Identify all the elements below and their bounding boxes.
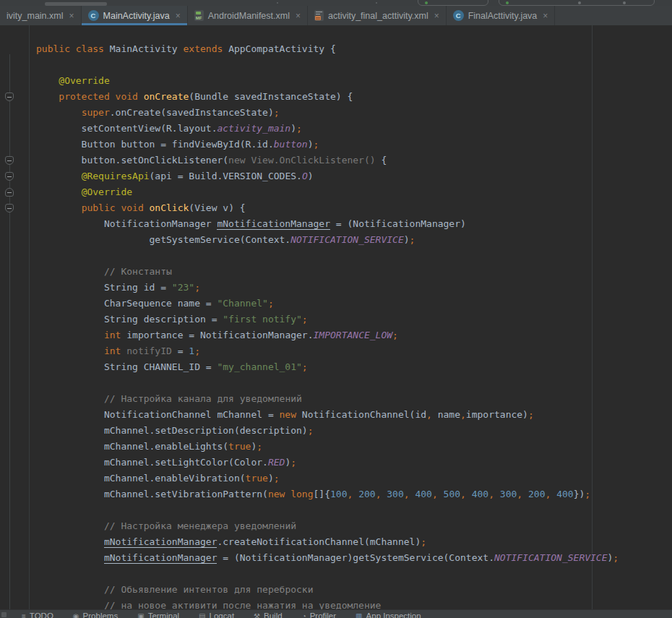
code-editor[interactable]: public class MainActivity extends AppCom… [0,25,672,609]
code-line[interactable]: // на новое активити после нажатия на ув… [0,598,672,609]
tool-window-label: App Inspection [366,611,421,618]
code-line[interactable]: String CHANNEL_ID = "my_channel_01"; [0,359,672,375]
tab-close-icon[interactable]: × [296,12,301,20]
code-line[interactable]: setContentView(R.layout.activity_main); [0,121,672,137]
code-line[interactable]: mChannel.setVibrationPattern(new long[]{… [0,486,672,502]
code-line[interactable]: NotificationChannel mChannel = new Notif… [0,407,672,423]
code-token: ; [421,536,426,547]
run-status-dot [425,1,428,4]
tool-window-button-profiler[interactable]: ◔Profiler [302,611,336,618]
tool-window-button-build[interactable]: ⚒Build [254,611,283,618]
code-token: public void [82,202,150,213]
code-token: ; [302,361,308,372]
fold-marker[interactable] [5,172,14,181]
tab-close-icon[interactable]: × [543,12,548,20]
tool-window-button-todo[interactable]: ≡TODO [22,611,53,618]
code-line[interactable]: mChannel.enableVibration(true); [0,471,672,486]
code-token: 200 [358,489,375,499]
editor-tab[interactable]: MFAndroidManifest.xml× [188,6,308,25]
code-line[interactable]: mNotificationManager = (NotificationMana… [0,550,672,566]
code-token: ; [290,457,296,468]
code-line[interactable]: super.onCreate(savedInstanceState); [0,105,672,121]
code-token: ; [308,425,314,436]
code-area[interactable]: public class MainActivity extends AppCom… [0,41,672,609]
tab-close-icon[interactable]: × [69,12,74,20]
code-line[interactable]: mChannel.setDescription(description); [0,423,672,439]
code-token [36,202,82,213]
tool-window-button-logcat[interactable]: ▤Logcat [199,611,234,618]
code-line[interactable]: int notifyID = 1; [0,343,672,359]
code-line[interactable]: int importance = NotificationManager.IMP… [0,327,672,343]
code-line[interactable] [0,248,672,264]
code-token: RED [268,457,285,468]
manifest-file-icon: MF [194,10,204,21]
code-token: ) [268,473,274,484]
code-line[interactable] [0,566,672,582]
code-token: onClick [150,202,189,213]
code-token: String id = [36,282,172,293]
code-line[interactable]: // Настройка менеджера уведомлений [0,518,672,534]
fold-marker[interactable] [5,204,14,213]
code-token: NOTIFICATION_SERVICE [290,234,404,245]
editor-tab[interactable]: CFinalActtivity.java× [447,6,556,25]
code-line[interactable]: @Override [0,184,672,200]
code-token: // на новое активити после нажатия на ув… [104,600,382,609]
tool-window-label: Problems [83,611,119,618]
code-token: @Override [59,75,109,86]
fold-marker[interactable] [5,93,14,101]
code-line[interactable]: Button button = findViewById(R.id.button… [0,137,672,153]
code-token: @RequiresApi [82,171,150,181]
editor-tab[interactable]: CMainActivity.java× [82,6,188,25]
code-token [36,346,104,356]
code-line[interactable]: button.setOnClickListener(new View.OnCli… [0,153,672,168]
code-line[interactable]: public class MainActivity extends AppCom… [0,41,672,57]
tool-window-button-problems[interactable]: ◉Problems [73,611,118,618]
code-line[interactable]: mChannel.setLightColor(Color.RED); [0,455,672,471]
code-token: mChannel.enableVibration( [36,473,246,484]
java-class-icon: C [88,10,99,21]
code-line[interactable]: public void onClick(View v) { [0,200,672,216]
code-token: 300 [500,489,517,499]
code-line[interactable]: String id = "23"; [0,280,672,296]
code-line[interactable]: NotificationManager mNotificationManager… [0,216,672,232]
editor-tab[interactable]: ivity_main.xml× [0,6,82,25]
code-token: 400 [556,489,573,499]
code-line[interactable]: String description = "first notify"; [0,312,672,327]
code-line[interactable]: mNotificationManager.createNotificationC… [0,534,672,550]
main-toolbar-partial [0,0,672,6]
tool-window-button-app-inspection[interactable]: ▥App Inspection [356,611,421,618]
code-line[interactable]: // Константы [0,264,672,280]
code-token: MainActivity [110,43,184,54]
device-widget[interactable] [499,0,655,6]
code-token: .onCreate(savedInstanceState) [110,107,274,118]
code-line[interactable] [0,375,672,391]
code-line[interactable]: CharSequence name = "Channel"; [0,296,672,312]
editor-tab-bar: ivity_main.xml×CMainActivity.java×MFAndr… [0,6,672,25]
code-token: ; [274,473,280,484]
code-token: new long [268,489,314,499]
window-corner-icon[interactable] [1,612,7,617]
code-line[interactable]: // Настройка канала для уведомлений [0,391,672,407]
code-line[interactable] [0,502,672,518]
code-token: mChannel.enableLights( [36,441,228,452]
editor-tab[interactable]: activity_final_acttivity.xml× [308,6,447,25]
fold-marker[interactable] [5,188,14,197]
code-line[interactable]: mChannel.enableLights(true); [0,439,672,455]
run-config-widget[interactable] [418,0,488,6]
code-line[interactable]: protected void onCreate(Bundle savedInst… [0,89,672,105]
code-line[interactable]: // Обьявление интентов для переброски [0,582,672,598]
code-token [36,75,59,86]
tab-close-icon[interactable]: × [176,12,181,20]
terminal-icon: ▣ [137,611,144,618]
code-line[interactable] [0,57,672,73]
code-token: []{ [314,489,330,499]
tool-window-button-terminal[interactable]: ▣Terminal [137,611,179,618]
code-line[interactable]: @Override [0,73,672,89]
fold-marker[interactable] [5,156,14,165]
code-line[interactable]: @RequiresApi(api = Build.VERSION_CODES.O… [0,168,672,184]
code-token: { [376,155,387,166]
code-token: mChannel.setVibrationPattern( [36,489,268,499]
tab-close-icon[interactable]: × [434,12,439,20]
code-token: ; [194,346,200,356]
code-line[interactable]: getSystemService(Context.NOTIFICATION_SE… [0,232,672,248]
